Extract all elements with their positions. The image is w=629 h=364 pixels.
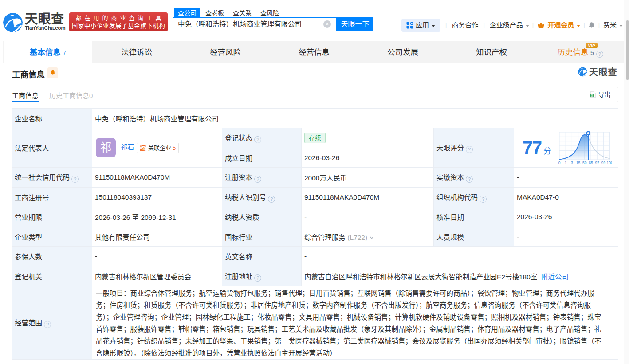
svg-text:天眼查: 天眼查 bbox=[589, 67, 617, 77]
svg-text:0: 0 bbox=[558, 160, 561, 165]
svg-text:97: 97 bbox=[595, 160, 599, 165]
svg-text:X: X bbox=[591, 94, 593, 98]
svg-text:3: 3 bbox=[571, 160, 573, 165]
svg-text:50: 50 bbox=[582, 160, 587, 165]
svg-text:99: 99 bbox=[601, 160, 606, 165]
svg-text:15: 15 bbox=[576, 160, 581, 165]
svg-text:85: 85 bbox=[589, 160, 593, 165]
svg-text:企: 企 bbox=[142, 147, 146, 151]
svg-text:1: 1 bbox=[565, 160, 567, 165]
svg-text:100: 100 bbox=[606, 160, 611, 165]
